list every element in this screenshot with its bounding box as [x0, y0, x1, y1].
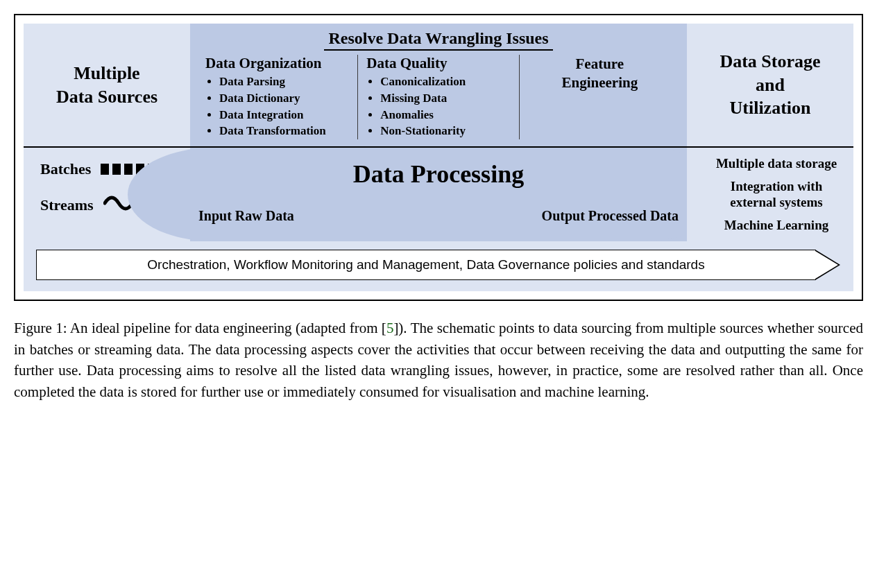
flow-processing: Data Processing Input Raw Data Output Pr…	[190, 148, 687, 241]
org-list: Data Parsing Data Dictionary Data Integr…	[205, 74, 349, 139]
orchestration-arrow: Orchestration, Workflow Monitoring and M…	[36, 250, 816, 280]
storage-l3: Utilization	[730, 96, 811, 120]
flow-row: Batches Streams	[24, 146, 853, 241]
orchestration-row: Orchestration, Workflow Monitoring and M…	[24, 241, 853, 291]
top-row: Multiple Data Sources Resolve Data Wrang…	[24, 24, 853, 146]
org-item: Data Integration	[219, 107, 349, 123]
quality-item: Canonicalization	[380, 74, 510, 90]
citation-ref: 5	[386, 320, 394, 336]
quality-item: Non-Stationarity	[380, 123, 510, 139]
caption-fig-label: Figure 1:	[14, 320, 67, 336]
flow-utilization: Multiple data storage Integration with e…	[687, 148, 853, 241]
storage-l1: Data Storage	[720, 50, 820, 74]
quality-item: Anomalies	[380, 107, 510, 123]
quality-list: Canonicalization Missing Data Anomalies …	[366, 74, 510, 139]
col-feature-engineering: Feature Engineering	[520, 55, 680, 93]
output-processed-data-label: Output Processed Data	[542, 208, 679, 224]
figure-frame: Multiple Data Sources Resolve Data Wrang…	[14, 14, 863, 301]
mds-line1: Multiple	[74, 62, 139, 85]
org-item: Data Parsing	[219, 74, 349, 90]
util-item: Integration with external systems	[706, 179, 846, 211]
util-item: Machine Learning	[706, 218, 846, 234]
col-data-organization: Data Organization Data Parsing Data Dict…	[197, 55, 358, 139]
processing-title: Data Processing	[353, 159, 524, 189]
batches-label: Batches	[40, 160, 91, 178]
panel-data-storage: Data Storage and Utilization	[687, 24, 853, 146]
wrangling-columns: Data Organization Data Parsing Data Dict…	[197, 55, 680, 139]
org-head: Data Organization	[205, 55, 349, 72]
storage-l2: and	[756, 74, 785, 97]
caption-before-ref: An ideal pipeline for data engineering (…	[67, 320, 386, 336]
org-item: Data Dictionary	[219, 90, 349, 107]
quality-head: Data Quality	[366, 55, 510, 72]
org-item: Data Transformation	[219, 123, 349, 139]
quality-item: Missing Data	[380, 90, 510, 107]
mds-line2: Data Sources	[56, 85, 157, 109]
pipeline-diagram: Multiple Data Sources Resolve Data Wrang…	[24, 24, 853, 291]
col-data-quality: Data Quality Canonicalization Missing Da…	[358, 55, 519, 139]
util-item: Multiple data storage	[706, 156, 846, 172]
orchestration-text: Orchestration, Workflow Monitoring and M…	[147, 257, 704, 273]
panel-multiple-data-sources: Multiple Data Sources	[24, 24, 190, 146]
feature-l1: Feature	[576, 55, 624, 72]
input-raw-data-label: Input Raw Data	[198, 208, 294, 224]
wrangling-title: Resolve Data Wrangling Issues	[324, 29, 552, 51]
panel-resolve-wrangling: Resolve Data Wrangling Issues Data Organ…	[190, 24, 687, 146]
streams-label: Streams	[40, 196, 94, 214]
figure-caption: Figure 1: An ideal pipeline for data eng…	[14, 318, 863, 402]
feature-l2: Engineering	[561, 74, 638, 91]
